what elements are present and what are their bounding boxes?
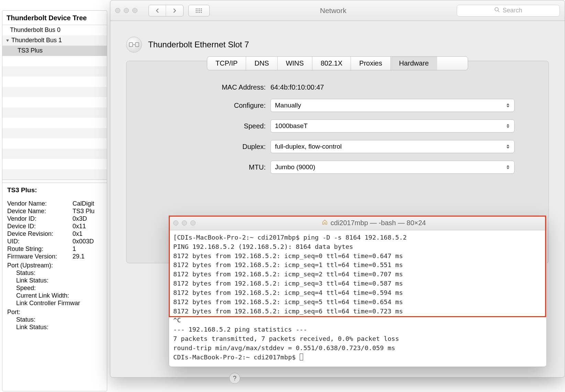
details-title: TS3 Plus: [7,186,102,194]
label-route-string: Route String: [7,245,69,253]
terminal-output[interactable]: [CDIs-MacBook-Pro-2:~ cdi2017mbp$ ping -… [169,230,546,367]
system-info-panel: Thunderbolt Device Tree Thunderbolt Bus … [2,10,107,391]
terminal-traffic-lights [173,220,196,226]
svg-point-2 [198,8,199,9]
terminal-line: 8172 bytes from 192.168.5.2: icmp_seq=6 … [173,307,542,316]
label-link-controller-fw: Link Controller Firmwar [7,300,102,307]
label-vendor-id: Vendor ID: [7,215,69,222]
value-device-name: TS3 Plu [73,208,102,215]
terminal-line: 8172 bytes from 192.168.5.2: icmp_seq=0 … [173,252,542,261]
svg-point-11 [199,12,200,13]
minimize-icon[interactable] [124,8,129,13]
label-device-revision: Device Revision: [7,230,69,238]
svg-marker-27 [507,168,509,169]
value-device-revision: 0x1 [73,230,102,238]
value-vendor-name: CalDigit [73,200,102,207]
interface-header: Thunderbolt Ethernet Slot 7 [126,37,549,53]
chevron-updown-icon [504,162,512,172]
value-mac-address: 64:4b:f0:10:00:47 [270,83,514,91]
close-icon[interactable] [173,220,178,226]
help-icon: ? [233,375,236,382]
back-button[interactable] [149,5,166,16]
svg-point-3 [199,8,200,9]
value-route-string: 1 [73,245,102,253]
tree-item-label: Thunderbolt Bus 1 [11,37,62,44]
svg-line-14 [498,11,499,12]
svg-marker-23 [507,126,509,128]
terminal-window: cdi2017mbp — -bash — 80×24 [CDIs-MacBook… [169,216,547,367]
label-firmware-version: Firmware Version: [7,253,69,260]
terminal-line: 8172 bytes from 192.168.5.2: icmp_seq=1 … [173,261,542,270]
select-speed[interactable]: 1000baseT [270,119,514,132]
minimize-icon[interactable] [182,220,187,226]
select-speed-value: 1000baseT [275,122,308,130]
interface-title: Thunderbolt Ethernet Slot 7 [148,40,249,49]
select-mtu[interactable]: Jumbo (9000) [270,161,514,174]
terminal-line: round-trip min/avg/max/stddev = 0.551/0.… [173,344,542,353]
svg-point-13 [495,8,498,11]
device-details: TS3 Plus: Vendor Name: CalDigit Device N… [2,183,107,334]
svg-marker-22 [507,124,509,126]
disclosure-triangle-icon[interactable] [5,38,10,43]
label-port: Port: [7,307,102,316]
label-current-link-width: Current Link Width: [7,292,102,299]
hardware-form: MAC Address: 64:4b:f0:10:00:47 Configure… [160,83,514,174]
tab-hardware[interactable]: Hardware [391,57,437,70]
svg-point-8 [201,10,202,11]
search-placeholder: Search [502,7,522,14]
tree-item-bus0[interactable]: Thunderbolt Bus 0 [2,25,107,35]
label-vendor-name: Vendor Name: [7,200,69,207]
label-mtu: MTU: [160,163,270,171]
close-icon[interactable] [115,8,120,13]
search-icon [494,7,500,14]
tabs: TCP/IP DNS WINS 802.1X Proxies Hardware [207,56,468,70]
terminal-line: --- 192.168.5.2 ping statistics --- [173,325,542,334]
svg-point-6 [198,10,199,11]
traffic-lights [115,8,137,13]
select-duplex[interactable]: full-duplex, flow-control [270,140,514,153]
splitter[interactable] [2,180,107,183]
help-button[interactable]: ? [229,373,240,384]
tree-item-ts3plus[interactable]: TS3 Plus [2,46,107,56]
home-icon [322,219,328,227]
tab-8021x[interactable]: 802.1X [312,57,351,70]
label-device-name: Device Name: [7,208,69,215]
svg-point-12 [201,12,202,13]
window-title: Network [214,7,452,15]
terminal-title: cdi2017mbp — -bash — 80×24 [205,219,542,227]
select-duplex-value: full-duplex, flow-control [275,143,342,150]
tree-item-label: TS3 Plus [18,47,43,54]
tab-wins[interactable]: WINS [278,57,312,70]
select-configure[interactable]: Manually [270,99,514,112]
tab-dns[interactable]: DNS [246,57,277,70]
chevron-updown-icon [504,101,512,110]
label-link-status: Link Status: [7,277,102,284]
terminal-line: [CDIs-MacBook-Pro-2:~ cdi2017mbp$ ping -… [173,233,542,242]
svg-rect-15 [129,43,133,47]
nav-back-forward [148,5,184,16]
svg-point-9 [196,12,197,13]
terminal-line: 8172 bytes from 192.168.5.2: icmp_seq=2 … [173,270,542,279]
forward-button[interactable] [166,5,183,16]
titlebar: Network Search [110,0,565,21]
tree-item-bus1[interactable]: Thunderbolt Bus 1 [2,35,107,46]
svg-marker-24 [507,145,509,146]
grid-icon [189,5,209,16]
svg-point-7 [199,10,200,11]
show-all-button[interactable] [188,5,210,16]
fullscreen-icon[interactable] [132,8,137,13]
select-mtu-value: Jumbo (9000) [275,163,315,171]
terminal-line: ^C [173,316,542,325]
value-device-id: 0x11 [73,223,102,230]
search-input[interactable]: Search [457,5,560,16]
svg-point-4 [201,8,202,9]
value-firmware-version: 29.1 [73,253,102,260]
fullscreen-icon[interactable] [190,220,196,226]
label-speed: Speed: [160,122,270,130]
terminal-line: PING 192.168.5.2 (192.168.5.2): 8164 dat… [173,242,542,252]
select-configure-value: Manually [275,102,301,109]
tab-proxies[interactable]: Proxies [351,57,391,70]
terminal-line: CDIs-MacBook-Pro-2:~ cdi2017mbp$ [173,353,542,362]
tab-tcpip[interactable]: TCP/IP [207,57,246,70]
terminal-line: 8172 bytes from 192.168.5.2: icmp_seq=5 … [173,298,542,307]
